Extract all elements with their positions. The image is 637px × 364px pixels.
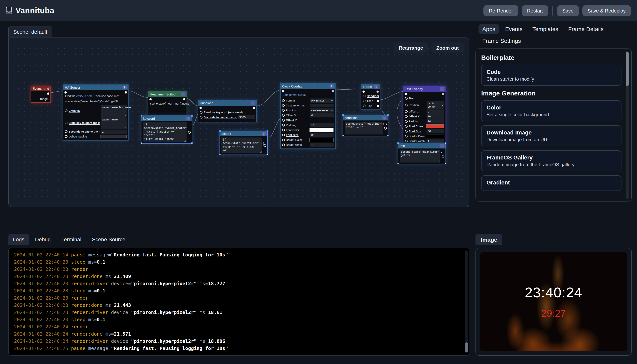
scene-tab[interactable]: Scene: default (8, 26, 52, 37)
node-header[interactable]: Event: render (31, 86, 51, 91)
node-header[interactable]: Unsplash ⋮ (198, 100, 256, 106)
output-port[interactable] (442, 155, 444, 158)
field-port[interactable] (282, 104, 285, 107)
node-header[interactable]: Clock Overlay ⋮ (280, 84, 335, 89)
scene-canvas[interactable]: Rearrange Zoom out Event: render image H… (8, 38, 469, 207)
field-input[interactable]: 0 (310, 113, 334, 118)
input-port[interactable] (405, 93, 407, 95)
app-card[interactable]: ColorSet a single color background (481, 100, 621, 121)
tab-logs[interactable]: Logs (8, 234, 29, 245)
save-redeploy-button[interactable]: Save & Redeploy (582, 5, 631, 16)
node-condition[interactable]: condition ⋮ scene.state{"heatTimer"}.g e… (343, 115, 388, 136)
field-port[interactable] (363, 95, 366, 97)
field-input[interactable]: 1 (101, 130, 127, 134)
node-text-overlay[interactable]: Text Overlay ⋮ TextPositioncenter-center… (403, 86, 446, 145)
field-checkbox[interactable] (100, 135, 127, 138)
app-card[interactable]: FrameOS GalleryRandom image from the Fra… (481, 150, 621, 171)
node-menu-icon[interactable]: ⋮ (186, 117, 190, 120)
node-header[interactable]: offsetY ⋮ (220, 131, 267, 136)
field-port[interactable] (282, 99, 285, 102)
code-editor[interactable]: $scene.state{"heatTimer"}. getStr (400, 150, 440, 162)
field-port[interactable] (282, 124, 285, 126)
field-textarea[interactable]: water_heater.hot_water (101, 105, 127, 117)
node-header[interactable]: keyword ⋮ (141, 116, 192, 121)
app-card[interactable]: CodeClean starter to modify (481, 65, 621, 86)
color-swatch[interactable] (426, 134, 444, 138)
node-menu-icon[interactable]: ⋮ (251, 101, 255, 105)
field-port[interactable] (405, 130, 408, 132)
input-port[interactable] (363, 90, 365, 93)
code-editor[interactable]: if $scene.state{"water_heater"} {"state"… (143, 122, 187, 142)
node-menu-icon[interactable]: ⋮ (382, 116, 386, 120)
tab-events[interactable]: Events (501, 24, 526, 34)
field-port[interactable] (65, 110, 68, 112)
node-header[interactable]: condition ⋮ (343, 115, 388, 120)
node-ha-sensor[interactable]: HA Sensor ⋮ Find the entity id here. The… (63, 84, 129, 140)
field-input[interactable]: 70 (427, 114, 444, 118)
node-event-render[interactable]: Event: render image (31, 86, 51, 103)
node-header[interactable]: If-Else ⋮ (361, 84, 380, 90)
output-port[interactable] (377, 100, 379, 102)
tab-terminal[interactable]: Terminal (57, 234, 86, 245)
node-if-else[interactable]: If-Else ⋮ ConditionThenElse (361, 84, 380, 110)
field-input[interactable]: 1 (427, 139, 444, 143)
tab-templates[interactable]: Templates (529, 24, 562, 34)
zoom-out-button[interactable]: Zoom out (432, 42, 464, 54)
field-input[interactable]: 0 (427, 110, 444, 114)
sidebar-scrollbar-thumb[interactable] (626, 52, 629, 86)
output-port[interactable] (442, 93, 444, 95)
field-port[interactable] (405, 110, 408, 113)
field-textarea[interactable]: water_heater (101, 118, 127, 129)
field-port[interactable] (200, 116, 202, 118)
tab-frame-settings[interactable]: Frame Settings (479, 36, 525, 46)
output-port[interactable] (125, 91, 127, 94)
node-menu-icon[interactable]: ⋮ (122, 86, 127, 90)
field-port[interactable] (282, 134, 285, 136)
input-port[interactable] (199, 107, 202, 109)
field-port[interactable] (65, 130, 68, 133)
field-port[interactable] (405, 140, 408, 142)
node-menu-icon[interactable]: ⋮ (374, 85, 378, 89)
tab-debug[interactable]: Debug (31, 234, 55, 245)
field-port[interactable] (405, 104, 408, 106)
field-port[interactable] (282, 139, 285, 141)
console-scrollbar-track[interactable] (465, 250, 468, 353)
code-editor[interactable]: if scene.state{"heatTimer"}.g etStr == "… (221, 138, 262, 154)
node-keyword[interactable]: keyword ⋮ if $scene.state{"water_heater"… (141, 116, 192, 144)
field-port[interactable] (282, 129, 285, 132)
output-port[interactable] (183, 98, 185, 100)
field-port[interactable] (405, 97, 408, 100)
field-port[interactable] (282, 119, 285, 122)
field-input[interactable]: 1 (310, 143, 334, 147)
app-card[interactable]: Gradient (481, 175, 621, 191)
output-port[interactable] (384, 127, 387, 130)
field-port[interactable] (405, 135, 408, 138)
date-format-link[interactable]: Date format syntax (282, 93, 334, 98)
node-header[interactable]: text ⋮ (398, 143, 446, 148)
tab-frame-details[interactable]: Frame Details (564, 24, 607, 34)
log-console[interactable]: 2024-01-02 22:40:14 pause message="Rende… (8, 248, 469, 356)
output-port[interactable] (253, 107, 255, 109)
field-select[interactable]: center-center▾ (427, 101, 444, 109)
entity-id-link[interactable]: entity id here (76, 94, 93, 98)
field-port[interactable] (405, 125, 408, 128)
restart-button[interactable]: Restart (522, 5, 548, 16)
tab-scene-source[interactable]: Scene Source (87, 234, 130, 245)
input-port[interactable] (65, 91, 67, 94)
node-heat-timer[interactable]: Heat timer (edited) ⋮ scene.state{"heatT… (148, 91, 187, 115)
tab-apps[interactable]: Apps (479, 24, 499, 34)
node-menu-icon[interactable]: ⋮ (262, 132, 266, 136)
color-swatch[interactable] (309, 128, 334, 132)
field-input[interactable] (310, 104, 334, 107)
field-input[interactable]: 60 (427, 129, 444, 133)
field-port[interactable] (405, 120, 408, 123)
rearrange-button[interactable]: Rearrange (394, 42, 428, 54)
node-text[interactable]: text ⋮ $scene.state{"heatTimer"}. getStr (398, 143, 446, 164)
output-port[interactable] (47, 92, 49, 95)
output-port[interactable] (377, 105, 379, 107)
node-menu-icon[interactable]: ⋮ (181, 92, 185, 96)
field-select[interactable]: HH:mm:ss▾ (310, 98, 334, 103)
input-port[interactable] (149, 98, 152, 100)
field-input[interactable]: 10 (310, 123, 334, 127)
output-port[interactable] (377, 90, 379, 93)
